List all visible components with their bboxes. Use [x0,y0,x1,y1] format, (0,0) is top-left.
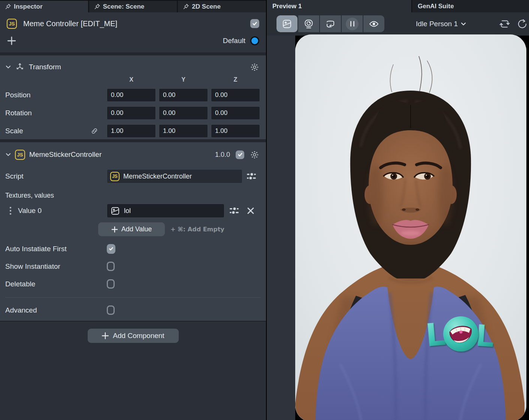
section-title: Transform [29,63,61,71]
pause-button[interactable] [342,15,363,32]
chevron-down-icon[interactable] [5,64,11,70]
js-script-icon: JS [110,172,120,181]
drag-handle-icon[interactable] [8,206,13,216]
eye-icon [368,18,380,30]
advanced-label: Advanced [5,306,107,314]
restart-preview-button[interactable] [517,18,528,30]
tab-genai-suite[interactable]: GenAI Suite [411,0,529,12]
object-enabled-checkbox[interactable] [250,19,259,28]
add-icon[interactable] [7,36,16,46]
inspector-panel: Inspector Scene: Scene 2D Scene JS Meme … [0,0,266,420]
position-label: Position [5,91,104,99]
object-title: Meme Controller [EDIT_ME] [23,19,250,28]
lol-sticker: L L [426,315,504,353]
tab-label: 2D Scene [192,3,221,10]
tab-label: Inspector [14,3,43,10]
js-badge-text: JS [112,174,118,179]
add-value-label: Add Value [121,225,152,233]
image-icon [281,18,293,30]
tab-label: Scene: Scene [103,3,145,10]
default-label: Default [223,37,245,45]
preview-source-label: Idle Person 1 [416,20,458,28]
scale-label: Scale [5,127,23,135]
tab-preview-1[interactable]: Preview 1 [267,0,411,12]
js-badge-text: JS [9,21,15,27]
rotation-x-field[interactable]: 0.00 [107,106,156,120]
rotation-z-field[interactable]: 0.00 [211,106,260,120]
pin-icon [183,3,189,10]
preview-viewport[interactable]: L L [295,34,526,420]
chevron-down-icon[interactable] [5,152,11,158]
texture-value-name: lol [124,207,131,215]
picker-tune-icon[interactable] [229,206,239,216]
gear-icon[interactable] [250,63,259,72]
js-script-icon: JS [15,150,25,160]
scale-x-field[interactable]: 1.00 [107,124,156,138]
link-icon[interactable] [90,127,99,135]
swap-media-button[interactable] [499,18,510,30]
tab-label: Preview 1 [272,3,302,10]
add-value-button[interactable]: Add Value [98,222,165,236]
sticker-letter-o [443,316,478,351]
rotate-3d-icon [325,18,336,30]
tab-inspector[interactable]: Inspector [0,1,88,12]
rotation-label: Rotation [5,109,104,117]
pin-icon [94,3,100,10]
scale-z-field[interactable]: 1.00 [211,124,260,138]
remove-value-icon[interactable] [246,206,255,215]
axis-label-x: X [107,75,156,84]
preview-gutter [267,36,295,420]
component-enabled-checkbox[interactable] [236,150,244,159]
texture-image-icon [111,206,120,216]
left-tab-bar: Inspector Scene: Scene 2D Scene [0,0,266,12]
webcam-source-button[interactable] [298,15,319,32]
js-badge-text: JS [17,152,23,158]
rotate-3d-button[interactable] [320,15,341,32]
preview-panel: Preview 1 GenAI Suite Idle Person 1 [267,0,529,420]
option-label: Deletable [5,280,107,288]
gear-icon[interactable] [250,150,259,159]
show-instantiator-checkbox[interactable] [107,262,115,271]
add-empty-hint: + ⌘: Add Empty [170,226,224,233]
preview-visibility-button[interactable] [363,15,384,32]
value-label: Value 0 [18,207,42,215]
plus-icon [111,226,118,233]
script-reference-value: MemeStickerController [123,173,192,180]
default-color-dot[interactable] [250,36,259,45]
laughing-mouth-icon [448,323,474,345]
position-x-field[interactable]: 0.00 [107,88,156,102]
preview-toolbar: Idle Person 1 [267,12,529,36]
transform-section: Transform X Y Z Position 0.00 0.00 0.00 … [0,55,266,139]
transform-axes-icon [15,62,25,72]
axis-label-z: Z [211,75,260,84]
preview-source-dropdown[interactable]: Idle Person 1 [409,12,473,36]
image-source-button[interactable] [276,15,297,32]
script-label: Script [5,172,107,180]
advanced-checkbox[interactable] [107,305,115,315]
version-label: 1.0.0 [215,151,230,159]
deletable-checkbox[interactable] [107,279,115,289]
pin-icon [5,3,11,10]
section-divider [5,297,261,298]
preview-person-illustration [295,34,526,420]
position-z-field[interactable]: 0.00 [211,88,260,102]
position-y-field[interactable]: 0.00 [159,88,208,102]
js-script-icon: JS [7,19,17,29]
rotation-y-field[interactable]: 0.00 [159,106,208,120]
picker-tune-icon[interactable] [246,171,257,182]
texture-value-field[interactable]: lol [107,204,224,218]
script-reference-field[interactable]: JS MemeStickerController [107,169,242,183]
plus-icon [102,332,109,340]
auto-instantiate-checkbox[interactable] [107,244,115,254]
tab-scene[interactable]: Scene: Scene [89,1,177,12]
add-component-button[interactable]: Add Component [88,329,179,343]
chevron-down-icon [461,22,466,26]
tab-2d-scene[interactable]: 2D Scene [178,1,266,12]
script-component-section: JS MemeStickerController 1.0.0 Script JS… [0,142,266,321]
scale-y-field[interactable]: 1.00 [159,124,208,138]
add-component-label: Add Component [113,332,164,340]
textures-values-label: Textures, values [0,192,266,201]
webcam-icon [303,18,314,30]
section-title: MemeStickerController [29,150,102,159]
right-tab-bar: Preview 1 GenAI Suite [267,0,529,12]
